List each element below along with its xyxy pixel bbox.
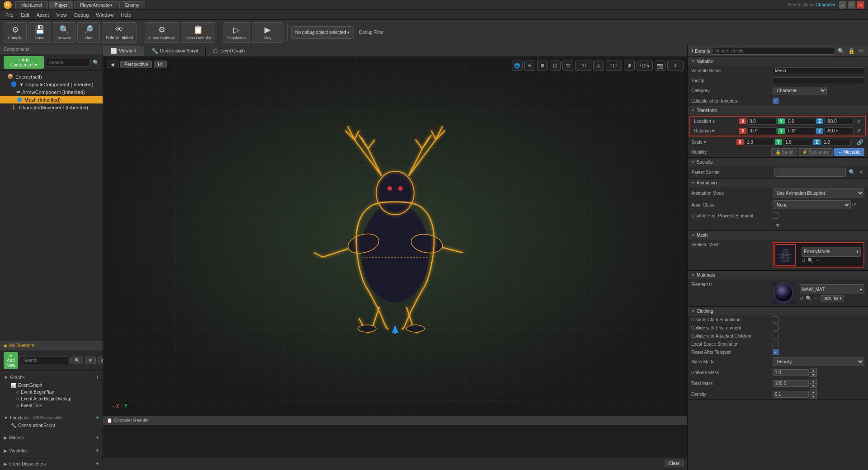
graphs-add-button[interactable]: + bbox=[96, 374, 99, 381]
density-down-btn[interactable]: ▼ bbox=[810, 394, 817, 399]
debug-object-dropdown[interactable]: No debug object selected ▾ bbox=[291, 26, 354, 39]
macros-add-button[interactable]: + bbox=[96, 434, 99, 441]
scale-z-input[interactable] bbox=[821, 139, 851, 146]
uniform-mass-input[interactable] bbox=[773, 369, 809, 376]
material-reset-btn[interactable]: ↺ bbox=[800, 296, 804, 301]
viewport[interactable]: ◀ Perspective Lit 🌐 ☀ ⚙ ⬡ ▽ △ ⊕ 📷 bbox=[103, 57, 687, 416]
vp-num-input-2[interactable] bbox=[606, 61, 622, 70]
variable-section-header[interactable]: Variable bbox=[688, 57, 868, 66]
tree-item-character-movement[interactable]: 🚶 CharacterMovement (Inherited) bbox=[0, 103, 103, 111]
reset-teleport-checkbox[interactable] bbox=[773, 349, 779, 355]
menu-debug[interactable]: Debug bbox=[71, 11, 92, 19]
find-button[interactable]: 🔎 Find bbox=[77, 22, 100, 43]
rotation-z-input[interactable] bbox=[824, 127, 854, 134]
socket-search-btn[interactable]: 🔍 bbox=[848, 169, 856, 175]
tree-item-mesh[interactable]: 🔷 Mesh (Inherited) bbox=[0, 96, 103, 103]
maximize-button[interactable]: □ bbox=[848, 1, 855, 9]
clothing-section-header[interactable]: Clothing bbox=[688, 307, 868, 315]
graphs-section-header[interactable]: ▼ Graphs + bbox=[0, 373, 103, 382]
title-tab-player[interactable]: Player bbox=[49, 1, 73, 9]
graph-item-tick[interactable]: ◇ Event Tick bbox=[0, 402, 103, 409]
rotation-y-input[interactable] bbox=[786, 127, 815, 134]
scale-lock-btn[interactable]: 🔗 bbox=[856, 139, 864, 146]
compile-button[interactable]: ⚙ Compile bbox=[4, 22, 27, 43]
mass-mode-dropdown[interactable]: Density bbox=[773, 357, 864, 366]
vp-tool-btn-5[interactable]: ▽ bbox=[562, 61, 573, 70]
vp-cam-btn[interactable]: 📷 bbox=[655, 61, 665, 70]
location-x-input[interactable] bbox=[747, 118, 777, 125]
hide-unrelated-button[interactable]: 👁 Hide Unrelated bbox=[102, 22, 137, 43]
scale-y-input[interactable] bbox=[783, 139, 812, 146]
total-mass-up-btn[interactable]: ▲ bbox=[810, 379, 817, 383]
mesh-arrow-btn[interactable]: → bbox=[816, 258, 821, 263]
animation-mode-dropdown[interactable]: Use Animation Blueprint bbox=[773, 188, 864, 197]
class-defaults-button[interactable]: 📋 Class Defaults bbox=[181, 22, 215, 43]
vp-scale-btn[interactable]: ⊕ bbox=[624, 61, 635, 70]
tab-construction-script[interactable]: 🔧 Construction Script bbox=[144, 46, 206, 56]
vp-num-input-4[interactable] bbox=[667, 61, 684, 70]
density-input[interactable] bbox=[773, 391, 809, 398]
clear-button[interactable]: Clear bbox=[665, 460, 684, 467]
macros-section-header[interactable]: ▶ Macros + bbox=[0, 433, 103, 442]
title-tab-mainlevel[interactable]: MainLevel bbox=[15, 1, 48, 9]
local-space-checkbox[interactable] bbox=[773, 341, 779, 347]
location-z-input[interactable] bbox=[824, 118, 854, 125]
dispatchers-add-button[interactable]: + bbox=[96, 461, 99, 467]
tab-viewport[interactable]: ⬜ Viewport bbox=[103, 46, 144, 56]
editable-checkbox[interactable] bbox=[773, 98, 779, 104]
vp-tool-btn-2[interactable]: ☀ bbox=[524, 61, 535, 70]
total-mass-input[interactable] bbox=[773, 380, 809, 387]
details-settings-btn[interactable]: ⚙ bbox=[858, 48, 864, 54]
location-y-input[interactable] bbox=[786, 118, 815, 125]
total-mass-down-btn[interactable]: ▼ bbox=[810, 383, 817, 388]
material-arrow-btn[interactable]: → bbox=[814, 296, 819, 301]
tree-item-capsule[interactable]: 🔵 ▼ CapsuleComponent (Inherited) bbox=[0, 80, 103, 88]
mobility-stationary-btn[interactable]: ⚡ Stationary bbox=[798, 148, 833, 156]
uniform-mass-down-btn[interactable]: ▼ bbox=[810, 372, 817, 377]
vp-tool-btn-3[interactable]: ⚙ bbox=[537, 61, 548, 70]
graph-item-eventgraph[interactable]: 📊 EventGraph bbox=[0, 382, 103, 389]
tree-item-enemy-self[interactable]: 📦 Enemy(self) bbox=[0, 73, 103, 80]
variables-section-header[interactable]: ▶ Variables + bbox=[0, 446, 103, 455]
lit-button[interactable]: Lit bbox=[154, 61, 167, 68]
uniform-mass-up-btn[interactable]: ▲ bbox=[810, 368, 817, 372]
disable-cloth-checkbox[interactable] bbox=[773, 316, 779, 323]
rotation-reset-btn[interactable]: ↺ bbox=[855, 128, 862, 134]
graph-item-actoroverlap[interactable]: ◇ Event ActorBeginOverlap bbox=[0, 395, 103, 402]
mesh-reset-btn[interactable]: ↺ bbox=[802, 258, 806, 263]
material-name-dropdown[interactable]: MAW_MAT ▾ bbox=[800, 284, 864, 294]
blueprint-filter-button[interactable]: 🔍 bbox=[71, 357, 83, 364]
parent-socket-input[interactable] bbox=[774, 168, 846, 177]
transform-section-header[interactable]: Transform bbox=[688, 106, 868, 115]
scale-x-input[interactable] bbox=[745, 139, 774, 146]
vp-num-input-1[interactable] bbox=[575, 61, 591, 70]
mesh-section-header[interactable]: Mesh bbox=[688, 231, 868, 240]
back-button[interactable]: ◀ bbox=[107, 61, 118, 68]
components-search-input[interactable] bbox=[46, 59, 91, 66]
title-tab-enemy[interactable]: Enemy bbox=[119, 1, 145, 9]
graph-item-beginplay[interactable]: ◇ Event BeginPlay bbox=[0, 389, 103, 395]
tooltip-input[interactable] bbox=[773, 77, 864, 84]
blueprint-panel-header[interactable]: ◆ My Blueprint bbox=[0, 341, 103, 350]
socket-clear-btn[interactable]: ✕ bbox=[858, 169, 864, 175]
mesh-name-dropdown[interactable]: EnemyModel ▾ bbox=[802, 247, 861, 257]
tree-item-arrow[interactable]: ➡ ArrowComponent (Inherited) bbox=[0, 88, 103, 96]
material-search-btn[interactable]: 🔍 bbox=[806, 296, 812, 301]
variable-name-input[interactable] bbox=[773, 67, 864, 74]
functions-add-button[interactable]: + bbox=[96, 414, 99, 421]
menu-view[interactable]: View bbox=[52, 11, 71, 19]
simulation-button[interactable]: ▷ Simulation bbox=[223, 22, 250, 43]
collide-children-checkbox[interactable] bbox=[773, 333, 779, 339]
menu-help[interactable]: Help bbox=[117, 11, 135, 19]
class-settings-button[interactable]: ⚙ Class Settings bbox=[145, 22, 179, 43]
blueprint-eye-button[interactable]: 👁 bbox=[85, 357, 96, 364]
fn-item-constructionscript[interactable]: 🔧 ConstructionScript bbox=[0, 422, 103, 429]
animation-section-header[interactable]: Animation bbox=[688, 179, 868, 187]
mesh-search-btn[interactable]: 🔍 bbox=[807, 258, 814, 263]
menu-asset[interactable]: Asset bbox=[33, 11, 53, 19]
save-button[interactable]: 💾 Save bbox=[28, 22, 51, 43]
rotation-x-input[interactable] bbox=[747, 127, 777, 134]
perspective-button[interactable]: Perspective bbox=[120, 61, 152, 68]
menu-window[interactable]: Window bbox=[92, 11, 117, 19]
vp-angle-btn[interactable]: △ bbox=[593, 61, 604, 70]
